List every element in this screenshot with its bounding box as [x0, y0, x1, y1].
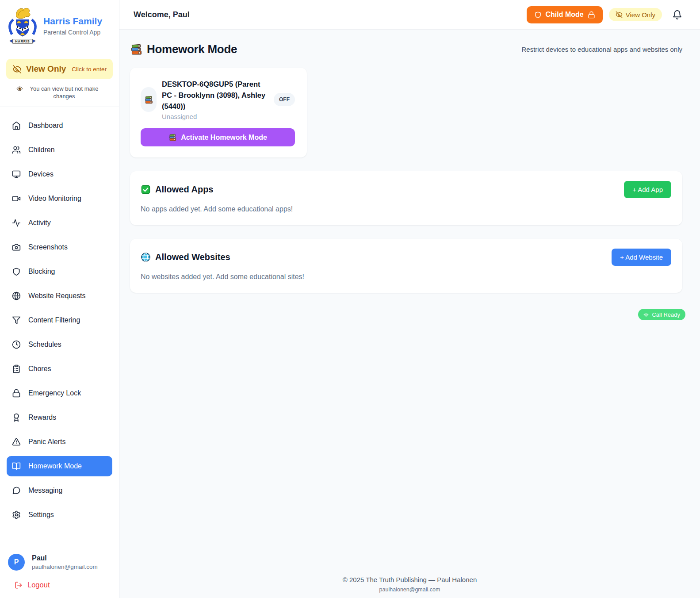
page-title: Homework Mode	[130, 42, 237, 56]
device-info: DESKTOP-6Q8GUP5 (Parent PC - Brooklynn (…	[162, 79, 268, 120]
allowed-apps-title: Allowed Apps	[141, 184, 213, 195]
view-only-banner[interactable]: View Only Click to enter	[6, 59, 113, 79]
welcome-text: Welcome, Paul	[134, 10, 190, 19]
globe-icon	[12, 291, 21, 300]
page-title-text: Homework Mode	[147, 42, 237, 56]
logout-button[interactable]: Logout	[15, 581, 50, 589]
sidebar-item-dashboard[interactable]: Dashboard	[7, 115, 112, 136]
book-open-icon	[12, 462, 21, 471]
alert-triangle-icon	[12, 437, 21, 446]
wifi-icon	[643, 311, 649, 318]
page-content: Homework Mode Restrict devices to educat…	[119, 30, 700, 569]
video-camera-icon	[12, 194, 21, 203]
sidebar-item-label: Activity	[28, 219, 51, 227]
gear-icon	[12, 510, 21, 519]
allowed-websites-head: Allowed Websites + Add Website	[141, 249, 671, 266]
globe-icon	[141, 252, 151, 262]
sidebar-item-label: Schedules	[28, 341, 61, 349]
activate-homework-mode-button[interactable]: Activate Homework Mode	[141, 128, 295, 146]
sidebar-item-website-requests[interactable]: Website Requests	[7, 286, 112, 306]
bell-icon	[672, 10, 682, 20]
add-app-button[interactable]: + Add App	[624, 181, 671, 198]
app-subtitle: Parental Control App	[43, 29, 102, 36]
allowed-apps-empty-message: No apps added yet. Add some educational …	[141, 205, 671, 213]
clipboard-icon	[12, 364, 21, 373]
device-row: DESKTOP-6Q8GUP5 (Parent PC - Brooklynn (…	[141, 79, 295, 120]
camera-icon	[12, 243, 21, 252]
view-only-note-text: You can view but not make changes	[26, 85, 103, 100]
footer: © 2025 The Truth Publishing — Paul Halon…	[119, 569, 700, 598]
sidebar-item-messaging[interactable]: Messaging	[7, 480, 112, 501]
sidebar-item-blocking[interactable]: Blocking	[7, 261, 112, 282]
page-head: Homework Mode Restrict devices to educat…	[130, 42, 682, 56]
check-box-icon	[141, 184, 151, 195]
sidebar-item-label: Dashboard	[28, 122, 63, 130]
sidebar-item-screenshots[interactable]: Screenshots	[7, 237, 112, 257]
child-mode-label: Child Mode	[546, 11, 584, 19]
home-icon	[12, 121, 21, 130]
sidebar-item-devices[interactable]: Devices	[7, 164, 112, 184]
sidebar-item-label: Video Monitoring	[28, 195, 81, 203]
family-name: Harris Family	[43, 15, 102, 27]
sidebar-item-label: Content Filtering	[28, 316, 80, 324]
add-website-button[interactable]: + Add Website	[612, 249, 671, 266]
view-only-pill[interactable]: View Only	[609, 8, 662, 21]
sidebar-item-label: Emergency Lock	[28, 389, 81, 397]
call-ready-label: Call Ready	[652, 311, 680, 318]
sidebar-item-rewards[interactable]: Rewards	[7, 407, 112, 428]
allowed-websites-title-text: Allowed Websites	[155, 252, 230, 262]
topbar: Welcome, Paul Child Mode View Only	[119, 0, 700, 30]
allowed-apps-head: Allowed Apps + Add App	[141, 181, 671, 198]
clock-icon	[12, 340, 21, 349]
activity-icon	[12, 218, 21, 227]
logout-label: Logout	[27, 581, 50, 589]
device-card: DESKTOP-6Q8GUP5 (Parent PC - Brooklynn (…	[130, 68, 307, 157]
footer-copyright: © 2025 The Truth Publishing — Paul Halon…	[119, 576, 700, 583]
lock-icon	[588, 11, 595, 19]
device-name: DESKTOP-6Q8GUP5 (Parent PC - Brooklynn (…	[162, 79, 268, 111]
view-only-pill-label: View Only	[626, 11, 655, 19]
sidebar-item-label: Panic Alerts	[28, 438, 65, 446]
device-assignment: Unassigned	[162, 113, 268, 120]
sidebar-item-chores[interactable]: Chores	[7, 359, 112, 379]
sidebar-item-label: Messaging	[28, 487, 62, 494]
sidebar-item-label: Homework Mode	[28, 462, 82, 470]
call-ready-badge: Call Ready	[638, 309, 685, 320]
allowed-apps-card: Allowed Apps + Add App No apps added yet…	[130, 171, 682, 225]
app-logo: HARRIS Harris Family Parental Control Ap…	[0, 0, 119, 52]
books-icon	[144, 95, 153, 104]
books-icon	[168, 133, 177, 142]
sidebar-item-video-monitoring[interactable]: Video Monitoring	[7, 188, 112, 209]
sidebar-item-panic-alerts[interactable]: Panic Alerts	[7, 432, 112, 452]
divider	[0, 52, 119, 52]
sidebar-item-label: Devices	[28, 170, 54, 178]
sidebar-item-settings[interactable]: Settings	[7, 505, 112, 525]
sidebar-item-schedules[interactable]: Schedules	[7, 334, 112, 355]
notifications-button[interactable]	[672, 10, 682, 20]
sidebar-item-children[interactable]: Children	[7, 140, 112, 160]
filter-icon	[12, 316, 21, 325]
view-only-action: Click to enter	[72, 66, 107, 73]
sidebar-item-homework-mode[interactable]: Homework Mode	[7, 456, 112, 476]
topbar-actions: Child Mode View Only	[527, 6, 682, 23]
child-mode-button[interactable]: Child Mode	[527, 6, 603, 23]
sidebar-item-label: Children	[28, 146, 55, 154]
page-description: Restrict devices to educational apps and…	[521, 46, 682, 53]
main-area: Welcome, Paul Child Mode View Only	[119, 0, 700, 598]
device-icon-pill	[141, 87, 157, 112]
allowed-websites-title: Allowed Websites	[141, 252, 230, 262]
sidebar-item-label: Blocking	[28, 268, 55, 276]
sidebar-item-label: Rewards	[28, 414, 56, 422]
activate-button-label: Activate Homework Mode	[181, 134, 267, 142]
lock-icon	[12, 389, 21, 398]
eye-off-icon	[12, 65, 22, 74]
user-row: P Paul paulhalonen@gmail.com	[8, 554, 111, 571]
sidebar-item-content-filtering[interactable]: Content Filtering	[7, 310, 112, 330]
sidebar-item-activity[interactable]: Activity	[7, 213, 112, 233]
allowed-websites-empty-message: No websites added yet. Add some educatio…	[141, 273, 671, 281]
sidebar-item-label: Website Requests	[28, 292, 86, 300]
sidebar-item-emergency-lock[interactable]: Emergency Lock	[7, 383, 112, 403]
crest-banner-text: HARRIS	[15, 39, 30, 43]
award-icon	[12, 413, 21, 422]
sidebar-item-label: Screenshots	[28, 243, 68, 251]
